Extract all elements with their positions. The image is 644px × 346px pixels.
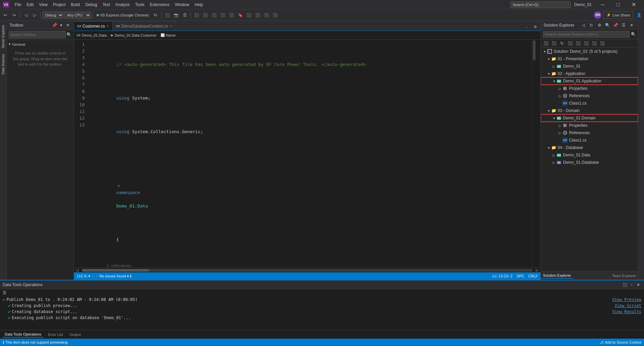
editor-settings-icon[interactable]: ⚙ [531,23,539,31]
menu-test[interactable]: Test [100,2,113,8]
tab-customer-close[interactable]: ✕ [106,24,109,28]
menu-window[interactable]: Window [172,2,192,8]
maximize-button[interactable]: □ [610,0,626,9]
menu-view[interactable]: View [36,2,50,8]
redo-button[interactable]: ↪ [10,11,18,19]
app-class1[interactable]: ▷ C# Class1.cs [541,100,638,107]
domain-class1[interactable]: ▷ C# Class1.cs [541,137,638,144]
debug-config-select[interactable]: Debug [42,11,63,19]
code-editor[interactable]: // <auto-generated> This file has been a… [87,40,532,268]
folder-domain[interactable]: ▾ 📁 03 - Domain [541,107,638,114]
bp-icon-1[interactable]: ⬛ [622,282,628,288]
sol-tb-collapse[interactable]: ⬛ [542,40,550,47]
sol-close-btn[interactable]: ✕ [628,22,635,29]
issues-info-icon[interactable]: ℹ [130,274,131,278]
collapse-btn-5[interactable]: ⊟ [116,183,121,189]
toolbox-search-icon[interactable]: 🔍 [67,32,72,37]
editor-tab-dbcontext[interactable]: C# DemoDatabaseContext.cs ✕ [113,21,176,31]
domain-references[interactable]: ▷ References [541,129,638,137]
domain-properties[interactable]: ▷ P Properties [541,122,638,129]
issues-arrow-icon[interactable]: ▾ [127,274,129,278]
sol-tb-filter[interactable]: ⬛ [566,40,574,47]
folder-presentation[interactable]: ▾ 📁 01 - Presentation [541,55,638,63]
breadcrumb-member[interactable]: Name [166,33,176,37]
bottom-toolbar-icon[interactable]: ☰ [3,291,6,295]
editor-hscrollbar[interactable] [82,269,532,272]
toolbar-btn-6[interactable]: ⬛ [210,11,218,19]
menu-debug[interactable]: Debug [83,2,100,8]
editor-vscrollbar[interactable] [532,40,536,268]
sol-tb-preview[interactable]: ⬛ [583,40,590,47]
toolbar-btn-1[interactable]: ⬛ [163,11,171,19]
solution-explorer-tab[interactable]: Solution Explorer [541,273,573,279]
sol-settings-btn[interactable]: ⚙ [596,22,603,29]
project-domain[interactable]: ▾ C# Demo_01.Domain [541,114,638,122]
sol-search-icon[interactable]: 🔍 [631,32,636,37]
menu-file[interactable]: File [12,2,24,8]
sol-tb-git[interactable]: ⬛ [591,40,598,47]
sol-tb-props[interactable]: ⬛ [574,40,582,47]
forward-button[interactable]: ▷ [31,11,39,19]
app-properties[interactable]: ▷ P Properties [541,85,638,92]
project-database[interactable]: ▷ DB Demo_01.Database [541,159,638,166]
toolbar-btn-12[interactable]: ⬛ [271,11,279,19]
toolbox-general-header[interactable]: ▾ General [9,41,72,47]
menu-edit[interactable]: Edit [24,2,36,8]
editor-pin-icon[interactable]: ↓ [522,23,530,31]
minimize-button[interactable]: ─ [595,0,610,9]
bp-close-btn[interactable]: ✕ [635,282,641,288]
sol-search-btn[interactable]: 🔍 [604,22,611,29]
data-sources-tab[interactable]: Data Sources [1,51,6,77]
menu-tools[interactable]: Tools [132,2,147,8]
breadcrumb-namespace[interactable]: Demo_01.Data [82,33,107,37]
zoom-dropdown-icon[interactable]: ▾ [88,274,90,278]
folder-application[interactable]: ▾ 📁 02 - Application [541,70,638,77]
toolbar-btn-3[interactable]: ☰ [181,11,189,19]
toolbar-btn-5[interactable]: ⬛ [201,11,209,19]
toolbox-search-input[interactable] [9,31,66,38]
menu-build[interactable]: Build [68,2,83,8]
global-search-input[interactable] [510,1,571,8]
add-source-control-button[interactable]: ⎇ Add to Source Control [599,340,641,345]
toolbox-settings-icon[interactable]: ▾ [58,22,64,28]
data-tools-tab[interactable]: Data Tools Operations [3,332,43,338]
toolbar-btn-2[interactable]: 📷 [172,11,180,19]
team-explorer-tab[interactable]: Team Explorer [610,273,638,278]
folder-database[interactable]: ▾ 📁 04 - Database [541,144,638,151]
toolbar-btn-7[interactable]: ⬛ [219,11,227,19]
view-results-link[interactable]: View Results [612,309,641,315]
sol-tb-refresh[interactable]: ↻ [558,40,566,47]
tab-dbcontext-close[interactable]: ✕ [170,24,172,28]
sol-refresh-btn[interactable]: ↻ [588,22,595,29]
app-references[interactable]: ▷ References [541,92,638,100]
breadcrumb-class[interactable]: Demo_01.Data.Customer [115,33,157,37]
hscroll-right-btn[interactable]: ▷ [536,268,539,272]
account-button[interactable]: 👤 [635,11,643,19]
sol-menu-btn[interactable]: ☰ [620,22,627,29]
sol-tb-show-all[interactable]: ⬛ [550,40,558,47]
solution-search-input[interactable] [543,31,630,38]
close-button[interactable]: ✕ [626,0,641,9]
cpu-select[interactable]: Any CPU [64,11,91,19]
toolbox-close-icon[interactable]: ✕ [65,22,71,28]
toolbar-btn-11[interactable]: ⬛ [262,11,270,19]
bookmark-button[interactable]: 🔖 [236,11,244,19]
project-data[interactable]: ▷ C# Demo_01.Data [541,151,638,159]
editor-tab-customer[interactable]: C# Customer.cs ✕ [74,21,113,31]
bp-up-btn[interactable]: ↑ [629,282,635,288]
menu-extensions[interactable]: Extensions [147,2,172,8]
toolbar-btn-8[interactable]: ⬛ [227,11,235,19]
live-share-button[interactable]: ⚡ Live Share [603,11,633,19]
toolbox-pin-icon[interactable]: 📌 [51,22,57,28]
sol-tb-push[interactable]: ⬛ [599,40,606,47]
project-application[interactable]: ▾ C# Demo_01.Application [541,77,638,85]
run-button[interactable]: ▶ IIS Express (Google Chrome) [95,12,151,18]
menu-project[interactable]: Project [50,2,68,8]
server-explorer-tab[interactable]: Server Explorer [1,22,6,51]
solution-root[interactable]: ▾ S Solution 'Demo_01' (5 of 5 projects) [541,48,638,55]
view-preview-link[interactable]: View Preview [612,297,641,303]
menu-analyze[interactable]: Analyze [113,2,132,8]
sol-back-btn[interactable]: ◁ [579,22,587,29]
zoom-control[interactable]: 115 % ▾ [77,274,90,278]
project-demo01[interactable]: ▷ C# Demo_01 [541,63,638,70]
